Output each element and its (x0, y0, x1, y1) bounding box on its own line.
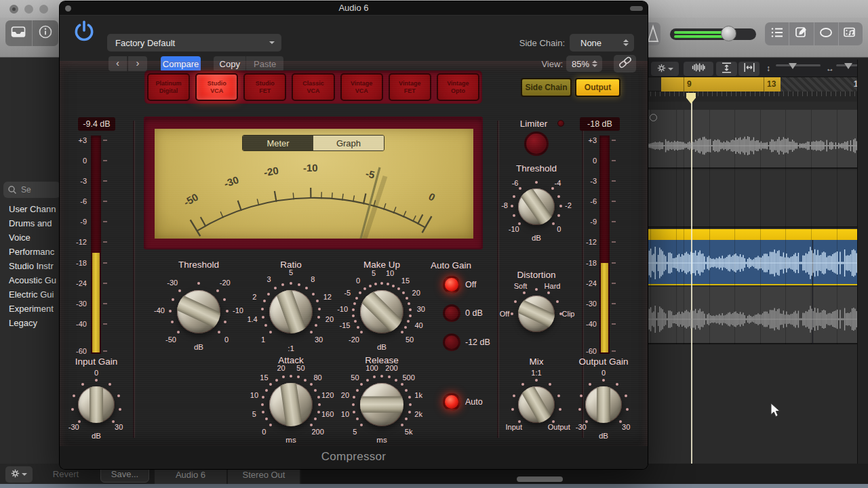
vertical-scrollbar-lane[interactable] (857, 60, 868, 464)
circuit-studio-fet[interactable]: StudioFET (243, 73, 286, 101)
circuit-label-line2: VCA (210, 87, 223, 95)
sidebar-item-voice[interactable]: Voice (0, 230, 62, 245)
vertical-zoom-slider-thumb[interactable] (789, 63, 797, 69)
horizontal-zoom-slider-thumb[interactable] (844, 63, 852, 69)
attack-knob[interactable] (269, 383, 313, 426)
panel-divider (497, 121, 498, 438)
library-search-input[interactable]: Se (3, 182, 60, 198)
media-browser-button[interactable] (838, 22, 863, 45)
threshold-knob[interactable] (177, 290, 220, 333)
library-toggle-button[interactable] (5, 20, 32, 46)
makeup-knob[interactable] (360, 290, 403, 333)
output-meter-scale--24: -24 (567, 279, 597, 287)
sidebar-item-user-chann[interactable]: User Chann (0, 202, 62, 216)
makeup-tick-dot (352, 308, 355, 311)
attack-tick-dot (314, 418, 317, 420)
close-window-button[interactable] (9, 5, 18, 14)
output-listen-button[interactable]: Output (575, 78, 620, 97)
sidebar-item-studio-instr[interactable]: Studio Instr (0, 259, 62, 273)
sidebar-item-performanc[interactable]: Performanc (0, 245, 62, 259)
chevron-down-icon (668, 68, 673, 70)
zoom-window-button[interactable] (39, 5, 48, 14)
vertical-zoom-slider[interactable] (776, 64, 821, 66)
close-plugin-button[interactable] (65, 5, 71, 12)
waveform-zoom-button[interactable] (684, 62, 713, 76)
revert-button[interactable]: Revert (42, 467, 90, 482)
auto-gain-led-Off[interactable] (443, 276, 460, 293)
horizontal-scrollbar[interactable] (517, 476, 563, 482)
ratio-knob[interactable] (269, 290, 313, 333)
threshold-scale-0: 0 (224, 336, 229, 344)
release-scale-5: 5 (353, 428, 357, 436)
side-chain-dropdown[interactable]: None (570, 34, 634, 52)
sidebar-item-acoustic-gu[interactable]: Acoustic Gu (0, 273, 62, 287)
minimize-window-button[interactable] (24, 5, 33, 14)
master-volume-slider[interactable] (670, 28, 756, 40)
threshold-tick-dot (216, 289, 219, 292)
chevron-up-icon (623, 39, 629, 42)
sidebar-item-drums-and[interactable]: Drums and (0, 216, 62, 230)
threshold-label: Threshold (178, 260, 219, 270)
list-editors-button[interactable] (765, 22, 789, 45)
input_gain-knob[interactable] (78, 386, 115, 423)
distortion-label: Distortion (517, 270, 555, 280)
vertical-zoom-icon (722, 62, 732, 76)
distortion-scale-Soft: Soft (514, 282, 528, 290)
release-tick-dot (408, 411, 411, 413)
makeup-scale--20: -20 (349, 336, 359, 344)
circuit-vintage-fet[interactable]: VintageFET (389, 73, 431, 101)
circuit-label-line2: VCA (355, 87, 368, 95)
limiter_threshold-tick-dot (519, 187, 521, 190)
circuit-vintage-opto[interactable]: VintageOpto (437, 73, 479, 101)
limiter_threshold-tick-dot (511, 205, 513, 207)
circuit-classic-vca[interactable]: ClassicVCA (292, 73, 334, 101)
distortion-tick-dot (556, 300, 559, 303)
release-tick-dot (353, 411, 355, 413)
loop-browser-button[interactable] (814, 22, 838, 45)
output_gain-knob[interactable] (585, 386, 622, 423)
circuit-vintage-vca[interactable]: VintageVCA (340, 73, 383, 101)
distortion-scale-Off: Off (500, 310, 509, 318)
release-knob[interactable] (360, 383, 403, 426)
limiter_threshold-scale--4: -4 (555, 179, 561, 187)
sidebar-item-experiment[interactable]: Experiment (0, 302, 62, 316)
release-scale-500: 500 (402, 373, 414, 382)
cycle-region[interactable]: 9 13 (661, 77, 781, 92)
attack-scale-200: 200 (311, 428, 323, 436)
circuit-label-line2: FET (404, 87, 416, 95)
circuit-platinum-digital[interactable]: PlatinumDigital (147, 73, 190, 101)
auto-gain-led--12dB[interactable] (443, 333, 460, 351)
waveform-icon (691, 62, 706, 75)
circuit-studio-vca[interactable]: StudioVCA (195, 73, 238, 101)
sidebar-item-electric-gui[interactable]: Electric Gui (0, 287, 62, 302)
output-meter-tick (612, 350, 616, 352)
plugin-titlebar[interactable]: Audio 6 (60, 1, 648, 15)
compressor-plugin-window: Audio 6 Factory Default ‹ › Compare Copy… (60, 1, 648, 469)
distortion-knob[interactable] (518, 296, 555, 332)
auto-release-led[interactable] (443, 393, 460, 411)
input_gain-tick-dot (108, 383, 111, 386)
vertical-auto-zoom-button[interactable] (716, 62, 737, 76)
limiter_threshold-knob[interactable] (518, 188, 555, 225)
mix-knob[interactable] (518, 386, 555, 423)
note-pads-button[interactable] (789, 22, 813, 45)
sidebar-item-legacy[interactable]: Legacy (0, 316, 62, 330)
horizontal-auto-zoom-button[interactable] (738, 62, 760, 76)
chevron-down-icon (22, 473, 27, 476)
volume-slider-handle[interactable] (721, 26, 736, 41)
limiter-button[interactable] (524, 131, 549, 156)
auto-gain-led-0dB[interactable] (443, 304, 460, 322)
plugin-action-menu-button[interactable] (5, 466, 33, 483)
side-chain-listen-button[interactable]: Side Chain (521, 78, 572, 97)
minimize-pill-icon[interactable] (630, 6, 643, 11)
input-meter-tick (103, 303, 107, 304)
makeup-tick-dot (354, 320, 357, 323)
inspector-toggle-button[interactable] (32, 20, 59, 46)
threshold-tick-dot (177, 331, 180, 333)
threshold-scale--10: -10 (233, 306, 243, 314)
track-settings-button[interactable] (651, 62, 679, 76)
bypass-power-button[interactable] (69, 18, 99, 48)
output_gain-tick-dot (625, 394, 627, 397)
preset-dropdown[interactable]: Factory Default (107, 34, 281, 52)
circuit-label-line1: Vintage (399, 80, 420, 87)
